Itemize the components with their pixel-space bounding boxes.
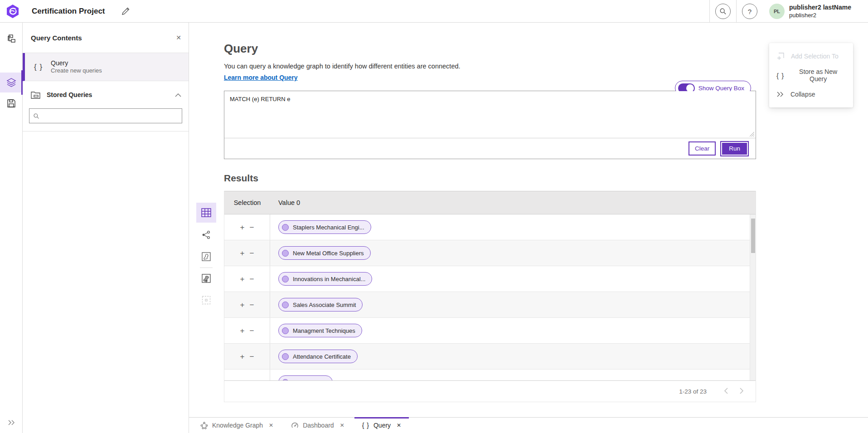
map-view-button[interactable] bbox=[196, 247, 216, 267]
map-icon bbox=[202, 252, 211, 261]
remove-selection-button[interactable]: − bbox=[250, 275, 254, 283]
add-to-map-button[interactable] bbox=[196, 268, 216, 288]
contents-item-query[interactable]: { } Query Create new queries bbox=[23, 53, 189, 81]
braces-icon: { } bbox=[362, 422, 369, 429]
resize-grip-icon[interactable] bbox=[749, 131, 755, 137]
expand-rail-button[interactable] bbox=[0, 415, 23, 430]
help-button[interactable]: ? bbox=[742, 4, 757, 19]
query-textarea[interactable]: MATCH (e) RETURN e bbox=[224, 91, 756, 138]
add-selection-button[interactable]: + bbox=[240, 275, 245, 283]
divider bbox=[736, 0, 737, 23]
search-input[interactable] bbox=[43, 112, 178, 119]
user-username: publisher2 bbox=[789, 12, 862, 19]
search-button[interactable] bbox=[715, 4, 731, 19]
run-button[interactable]: Run bbox=[721, 142, 748, 156]
close-panel-button[interactable]: ✕ bbox=[176, 34, 181, 41]
project-title: Certification Project bbox=[32, 0, 105, 23]
table-body: + − Staplers Mechanical Engi... + − bbox=[224, 214, 756, 381]
scrollbar-thumb[interactable] bbox=[751, 219, 755, 253]
entity-dot-icon bbox=[282, 302, 289, 308]
column-header-selection: Selection bbox=[224, 199, 270, 206]
column-header-value0: Value 0 bbox=[270, 199, 300, 206]
close-icon: ✕ bbox=[340, 422, 344, 428]
query-contents-panel: Query Contents ✕ { } Query Create new qu… bbox=[23, 23, 189, 433]
clear-button[interactable]: Clear bbox=[689, 141, 716, 156]
collapse-menu-item[interactable]: Collapse bbox=[769, 85, 853, 104]
table-row: + − Innovations in Mechanical... bbox=[224, 266, 756, 292]
add-selection-button[interactable]: + bbox=[240, 379, 245, 381]
link-chart-view-button[interactable] bbox=[196, 225, 216, 245]
user-avatar[interactable]: PL bbox=[769, 4, 785, 19]
edit-title-button[interactable] bbox=[121, 6, 131, 17]
table-row: + − Sales Associate Summit bbox=[224, 292, 756, 318]
entity-pill[interactable]: New Metal Office Suppliers bbox=[278, 246, 371, 260]
entity-label: Staplers Mechanical Engi... bbox=[293, 224, 364, 231]
remove-selection-button[interactable]: − bbox=[250, 327, 254, 335]
add-selection-button[interactable]: + bbox=[240, 353, 245, 360]
add-to-link-chart-icon bbox=[202, 296, 211, 305]
entity-label: Managment Techniques bbox=[293, 327, 355, 334]
entity-pill[interactable]: Managment Techniques bbox=[278, 324, 362, 337]
tab-knowledge-graph[interactable]: Knowledge Graph ✕ bbox=[193, 418, 281, 433]
query-heading: Query bbox=[224, 42, 756, 56]
entity-label: New Metal Office Suppliers bbox=[293, 250, 364, 257]
add-selection-button[interactable]: + bbox=[240, 224, 245, 231]
stored-queries-search[interactable] bbox=[29, 108, 182, 123]
table-row: + − Attendance Certificate bbox=[224, 344, 756, 370]
table-row: + − New Metal Office Suppliers bbox=[224, 240, 756, 266]
divider bbox=[200, 268, 213, 268]
rail-item-save[interactable] bbox=[1, 93, 21, 113]
add-to-link-chart-button[interactable] bbox=[196, 290, 216, 310]
pagination-range: 1-23 of 23 bbox=[679, 388, 707, 395]
learn-more-link[interactable]: Learn more about Query bbox=[224, 74, 298, 81]
tab-dashboard[interactable]: Dashboard ✕ bbox=[283, 418, 352, 433]
entity-pill[interactable]: Innovations in Mechanical... bbox=[278, 272, 372, 286]
close-icon: ✕ bbox=[269, 422, 273, 428]
chevron-left-icon bbox=[724, 388, 728, 394]
document-tab-bar: Knowledge Graph ✕ Dashboard ✕ { } Query … bbox=[189, 417, 868, 433]
panel-title: Query Contents bbox=[31, 34, 176, 42]
entity-label: Attendance Certificate bbox=[293, 353, 351, 360]
layers-icon bbox=[6, 78, 16, 88]
tab-label: Dashboard bbox=[303, 422, 334, 429]
remove-selection-button[interactable]: − bbox=[250, 353, 254, 360]
chevron-up-icon[interactable] bbox=[175, 93, 181, 97]
remove-selection-button[interactable]: − bbox=[250, 249, 254, 257]
remove-selection-button[interactable]: − bbox=[250, 379, 254, 381]
rail-item-layers[interactable] bbox=[0, 73, 23, 92]
close-tab-button[interactable]: ✕ bbox=[397, 422, 401, 428]
rail-item-project[interactable] bbox=[1, 29, 21, 49]
entity-pill[interactable]: Finished Tile bbox=[278, 375, 333, 381]
question-mark-icon: ? bbox=[748, 8, 752, 15]
next-page-button[interactable] bbox=[740, 388, 744, 395]
close-icon: ✕ bbox=[176, 34, 181, 41]
entity-dot-icon bbox=[282, 353, 289, 360]
add-selection-to-menu-item[interactable]: Add Selection To bbox=[769, 47, 853, 66]
entity-label: Sales Associate Summit bbox=[293, 302, 356, 308]
entity-pill[interactable]: Sales Associate Summit bbox=[278, 298, 363, 311]
remove-selection-button[interactable]: − bbox=[250, 224, 254, 231]
table-icon bbox=[201, 208, 211, 217]
remove-selection-button[interactable]: − bbox=[250, 301, 254, 309]
close-tab-button[interactable]: ✕ bbox=[269, 422, 273, 428]
user-menu[interactable]: publisher2 lastName publisher2 bbox=[789, 4, 862, 19]
entity-pill[interactable]: Staplers Mechanical Engi... bbox=[278, 220, 371, 234]
stored-queries-header[interactable]: Stored Queries bbox=[23, 81, 189, 108]
add-selection-button[interactable]: + bbox=[240, 301, 245, 309]
previous-page-button[interactable] bbox=[724, 388, 728, 395]
add-selection-button[interactable]: + bbox=[240, 249, 245, 257]
entity-pill[interactable]: Attendance Certificate bbox=[278, 350, 358, 363]
hierarchy-icon bbox=[7, 34, 16, 44]
tab-query[interactable]: { } Query ✕ bbox=[354, 418, 409, 433]
tab-label: Knowledge Graph bbox=[212, 422, 263, 429]
store-as-new-query-menu-item[interactable]: { } Store as New Query bbox=[769, 66, 853, 85]
table-view-button[interactable] bbox=[196, 203, 216, 223]
app-logo-icon[interactable] bbox=[5, 4, 20, 19]
entity-dot-icon bbox=[282, 250, 289, 257]
table-header-row: Selection Value 0 bbox=[224, 191, 756, 214]
query-document: Query You can query a knowledge graph to… bbox=[189, 23, 868, 417]
close-tab-button[interactable]: ✕ bbox=[340, 422, 344, 428]
table-scrollbar[interactable] bbox=[750, 214, 756, 380]
add-selection-button[interactable]: + bbox=[240, 327, 245, 335]
entity-dot-icon bbox=[282, 276, 289, 282]
